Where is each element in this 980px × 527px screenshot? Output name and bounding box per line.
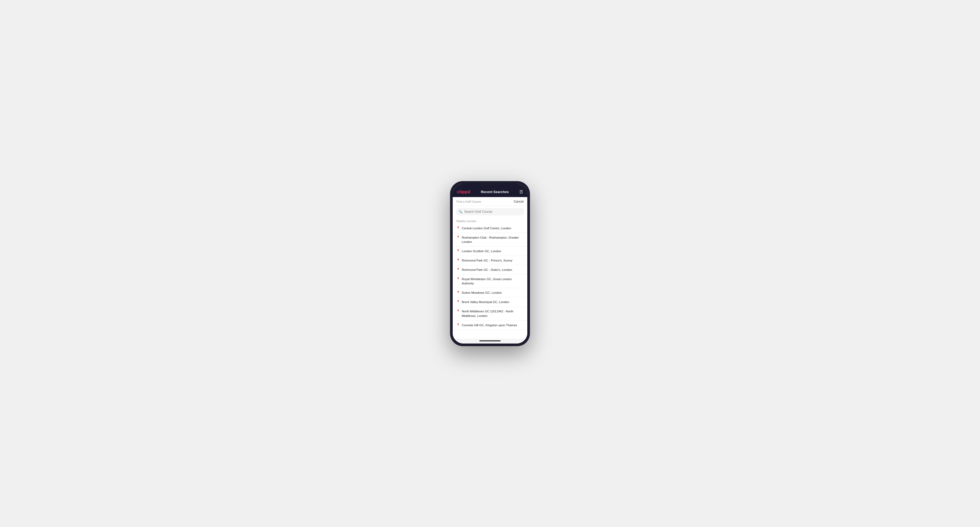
main-content: Find a Golf Course Cancel 🔍 Nearby cours… [453, 197, 527, 339]
header-title: Recent Searches [481, 190, 509, 194]
pin-icon: 📍 [457, 310, 460, 313]
course-name: Brent Valley Municipal GC, London [462, 300, 509, 304]
course-list-item[interactable]: 📍Richmond Park GC - Duke's, London [453, 265, 527, 275]
course-list: 📍Central London Golf Centre, London📍Roeh… [453, 224, 527, 330]
search-bar[interactable]: 🔍 [456, 208, 524, 216]
pin-icon: 📍 [457, 259, 460, 262]
pin-icon: 📍 [457, 268, 460, 271]
course-name: North Middlesex GC (1011942 - North Midd… [462, 309, 523, 318]
home-indicator [453, 339, 527, 343]
pin-icon: 📍 [457, 249, 460, 252]
nearby-label: Nearby courses [453, 217, 527, 224]
app-logo: clippd [457, 190, 470, 194]
find-label: Find a Golf Course [457, 200, 481, 203]
course-name: Roehampton Club - Roehampton, Greater Lo… [462, 235, 523, 244]
course-list-item[interactable]: 📍Central London Golf Centre, London [453, 224, 527, 233]
course-name: London Scottish GC, London [462, 249, 501, 253]
notch [479, 184, 501, 185]
find-bar: Find a Golf Course Cancel [453, 197, 527, 206]
course-name: Richmond Park GC - Prince's, Surrey [462, 258, 512, 263]
pin-icon: 📍 [457, 236, 460, 239]
phone-frame: clippd Recent Searches ☰ Find a Golf Cou… [450, 181, 530, 346]
course-name: Central London Golf Centre, London [462, 226, 511, 230]
course-list-item[interactable]: 📍North Middlesex GC (1011942 - North Mid… [453, 307, 527, 321]
course-list-item[interactable]: 📍London Scottish GC, London [453, 247, 527, 256]
home-bar [479, 340, 501, 341]
course-name: Richmond Park GC - Duke's, London [462, 268, 512, 272]
course-name: Royal Wimbledon GC, Great London Authori… [462, 277, 523, 286]
course-list-item[interactable]: 📍Coombe Hill GC, Kingston upon Thames [453, 321, 527, 330]
course-list-item[interactable]: 📍Brent Valley Municipal GC, London [453, 297, 527, 307]
course-list-item[interactable]: 📍Roehampton Club - Roehampton, Greater L… [453, 233, 527, 247]
phone-screen: clippd Recent Searches ☰ Find a Golf Cou… [453, 184, 527, 343]
menu-icon[interactable]: ☰ [519, 190, 523, 194]
nearby-section: Nearby courses 📍Central London Golf Cent… [453, 217, 527, 339]
search-input[interactable] [464, 210, 522, 214]
course-list-item[interactable]: 📍Royal Wimbledon GC, Great London Author… [453, 275, 527, 288]
pin-icon: 📍 [457, 323, 460, 326]
search-icon: 🔍 [458, 210, 463, 214]
cancel-button[interactable]: Cancel [514, 200, 523, 203]
pin-icon: 📍 [457, 277, 460, 280]
course-name: Dukes Meadows GC, London [462, 290, 502, 295]
pin-icon: 📍 [457, 291, 460, 294]
course-list-item[interactable]: 📍Dukes Meadows GC, London [453, 288, 527, 297]
course-name: Coombe Hill GC, Kingston upon Thames [462, 323, 517, 327]
search-bar-container: 🔍 [453, 206, 527, 217]
app-header: clippd Recent Searches ☰ [453, 187, 527, 197]
pin-icon: 📍 [457, 300, 460, 303]
course-list-item[interactable]: 📍Richmond Park GC - Prince's, Surrey [453, 256, 527, 265]
pin-icon: 📍 [457, 226, 460, 229]
